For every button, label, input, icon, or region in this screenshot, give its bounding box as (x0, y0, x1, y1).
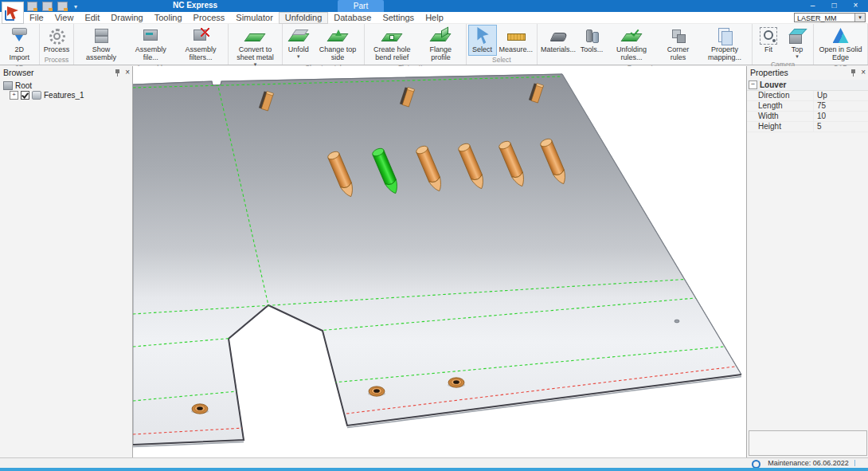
qat-caret-icon[interactable]: ▾ (74, 3, 77, 10)
ribbon-group-select: SelectMeasure...Select (467, 24, 538, 65)
property-row-width[interactable]: Width10 (747, 112, 868, 122)
ribbon-button-measure[interactable]: Measure... (497, 25, 536, 56)
properties-panel: Properties × − Louver DirectionUpLength7… (746, 66, 868, 457)
ribbon-button-label: Change top side (315, 46, 360, 62)
ribbon-button-change-top-side[interactable]: Change top side (313, 25, 362, 64)
browser-tree: Root+Features_1 (0, 78, 132, 100)
countersink-feature-1[interactable] (191, 404, 209, 414)
properties-group-louver[interactable]: − Louver (747, 80, 868, 91)
ribbon-button-open-in-solid-edge[interactable]: Open in Solid Edge (815, 25, 866, 64)
ribbon-button-label: Property mapping... (702, 46, 748, 62)
qat-save-as-icon[interactable] (57, 2, 68, 11)
menu-process[interactable]: Process (188, 12, 231, 24)
menu-database[interactable]: Database (328, 12, 377, 24)
machine-select-value: LASER_MM (797, 14, 837, 22)
ribbon-button-create-hole-bend-relief[interactable]: Create hole bend relief (366, 25, 417, 64)
unfoldrules-icon (621, 26, 642, 45)
property-row-height[interactable]: Height5 (747, 122, 868, 132)
tools-icon (581, 26, 602, 45)
tree-expander-icon[interactable]: + (10, 91, 18, 100)
properties-description-box (749, 430, 867, 456)
ribbon-button-label: 2D Import (4, 46, 35, 62)
menu-unfolding[interactable]: Unfolding (279, 12, 328, 24)
property-value[interactable]: Up (814, 91, 868, 100)
close-button[interactable]: × (845, 0, 866, 12)
properties-close-icon[interactable]: × (861, 69, 866, 77)
dropdown-caret-icon: ▾ (796, 54, 799, 59)
ribbon-group-part: Convert to sheet metal▾Part (229, 24, 283, 65)
machine-select[interactable]: LASER_MM ▾ (794, 13, 866, 22)
menu-view[interactable]: View (49, 12, 80, 24)
property-value[interactable]: 5 (814, 122, 868, 131)
ribbon-button-property-mapping[interactable]: Property mapping... (699, 25, 750, 64)
plate-icon (244, 26, 265, 45)
topside-icon (327, 26, 348, 45)
nc-express-window: ▾ NC Express Part – □ × FileViewEditDraw… (0, 0, 868, 471)
menu-drawing[interactable]: Drawing (105, 12, 148, 24)
qat-import-icon[interactable] (27, 2, 37, 11)
tree-item-features-1[interactable]: +Features_1 (3, 90, 132, 100)
properties-pin-icon[interactable] (850, 69, 856, 77)
tree-checkbox[interactable] (21, 91, 29, 100)
gear-icon (46, 26, 67, 45)
browser-pin-icon[interactable] (115, 69, 120, 77)
ribbon-button-label: Assembly filters... (178, 46, 224, 62)
ribbon-button-unfolding-rules[interactable]: Unfolding rules... (606, 25, 657, 64)
viewport-3d[interactable] (133, 66, 746, 457)
menu-simulator[interactable]: Simulator (230, 12, 278, 24)
property-name: Height (747, 122, 814, 131)
ribbon-group-flat-pattern: Create hole bend reliefFlange profileFla… (365, 24, 466, 65)
minimize-button[interactable]: – (802, 0, 823, 12)
property-value[interactable]: 75 (814, 101, 868, 111)
ribbon-button-materials[interactable]: Materials... (539, 25, 577, 56)
feature-icon (32, 91, 41, 100)
properties-grid: − Louver DirectionUpLength75Width10Heigh… (747, 80, 868, 132)
asmfilter-icon (190, 26, 211, 45)
ribbon-group-assembly: Show assemblyAssembly file...Assembly fi… (74, 24, 229, 65)
tree-item-root[interactable]: Root (3, 80, 132, 90)
hole-feature[interactable] (674, 320, 679, 323)
menu-help[interactable]: Help (420, 12, 449, 24)
ribbon-button-label: Open in Solid Edge (818, 46, 863, 62)
ribbon-button-select[interactable]: Select (468, 25, 497, 56)
properties-title: Properties (750, 68, 788, 77)
ribbon-button-top[interactable]: Top▾ (783, 25, 811, 61)
ribbon-button-assembly-file[interactable]: Assembly file... (127, 25, 175, 64)
import2d-icon (9, 26, 29, 45)
ribbon-button-process[interactable]: Process (41, 25, 72, 56)
ribbon-button-tools[interactable]: Tools... (577, 25, 606, 56)
ribbon-button-2d-import[interactable]: 2D Import (2, 25, 37, 64)
menu-file[interactable]: File (24, 12, 49, 24)
countersink-feature-3[interactable] (448, 378, 465, 387)
app-logo-icon[interactable] (2, 2, 24, 24)
ribbon-button-label: Fit (764, 46, 772, 54)
ribbon-group-camera: FitTop▾Camera (753, 24, 814, 65)
collapse-icon[interactable]: − (749, 80, 757, 89)
document-tab-part[interactable]: Part (338, 0, 384, 12)
ribbon-button-fit[interactable]: Fit (754, 25, 783, 56)
status-divider (854, 460, 855, 466)
ribbon-button-corner-rules[interactable]: Corner rules (657, 25, 699, 64)
browser-close-icon[interactable]: × (125, 69, 130, 77)
menu-tooling[interactable]: Tooling (149, 12, 188, 24)
property-value[interactable]: 10 (814, 112, 868, 121)
menu-edit[interactable]: Edit (79, 12, 105, 24)
qat-save-icon[interactable] (42, 2, 53, 11)
part-canvas[interactable] (133, 66, 746, 457)
ribbon: 2D Import2DProcessProcessShow assemblyAs… (0, 24, 868, 65)
machine-select-caret-icon[interactable]: ▾ (854, 14, 865, 22)
ribbon-button-assembly-filters[interactable]: Assembly filters... (175, 25, 226, 64)
ribbon-button-flange-profile[interactable]: Flange profile (417, 25, 463, 64)
sheet-metal-part[interactable] (133, 74, 741, 445)
maximize-button[interactable]: □ (823, 0, 845, 12)
property-row-direction[interactable]: DirectionUp (747, 91, 868, 101)
ribbon-button-unfold[interactable]: Unfold▾ (284, 25, 313, 61)
ribbon-button-label: Create hole bend relief (369, 46, 415, 62)
countersink-feature-2[interactable] (368, 387, 385, 396)
property-row-length[interactable]: Length75 (747, 101, 868, 112)
menu-settings[interactable]: Settings (377, 12, 420, 24)
ribbon-button-label: Materials... (541, 46, 576, 54)
ribbon-button-show-assembly[interactable]: Show assembly (76, 25, 127, 64)
ribbon-button-convert-to-sheet-metal[interactable]: Convert to sheet metal▾ (230, 25, 280, 69)
ribbon-group-label: Select (468, 56, 536, 65)
